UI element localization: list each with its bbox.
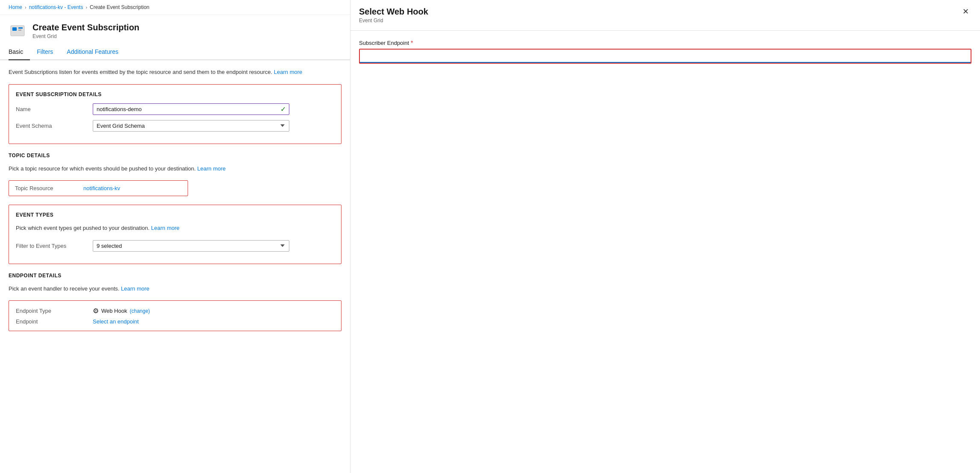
right-panel-title-block: Select Web Hook Event Grid xyxy=(359,7,428,24)
endpoint-details-title: ENDPOINT DETAILS xyxy=(9,273,341,279)
page-header: Create Event Subscription Event Grid xyxy=(0,15,350,40)
select-endpoint-link[interactable]: Select an endpoint xyxy=(93,318,139,325)
description-text: Event Subscriptions listen for events em… xyxy=(9,68,341,76)
event-types-section: EVENT TYPES Pick which event types get p… xyxy=(9,205,341,264)
topic-details-title: TOPIC DETAILS xyxy=(9,153,341,159)
event-schema-select[interactable]: Event Grid Schema CloudEvents Schema v1.… xyxy=(93,120,289,132)
svg-rect-2 xyxy=(18,27,23,29)
page-title: Create Event Subscription xyxy=(32,23,139,32)
endpoint-change-link[interactable]: (change) xyxy=(129,308,150,314)
right-panel-title: Select Web Hook xyxy=(359,7,428,17)
event-types-title: EVENT TYPES xyxy=(16,212,334,218)
tabs-container: Basic Filters Additional Features xyxy=(0,45,350,60)
topic-resource-value[interactable]: notifications-kv xyxy=(83,185,120,191)
tab-basic[interactable]: Basic xyxy=(9,45,30,60)
event-types-description: Pick which event types get pushed to you… xyxy=(16,224,334,232)
svg-rect-3 xyxy=(18,29,21,31)
right-panel-header: Select Web Hook Event Grid ✕ xyxy=(350,0,980,31)
svg-rect-4 xyxy=(12,32,23,33)
subscriber-endpoint-input[interactable] xyxy=(360,50,971,63)
close-button[interactable]: ✕ xyxy=(960,7,971,16)
svg-rect-5 xyxy=(12,34,20,35)
description-learn-more[interactable]: Learn more xyxy=(274,69,302,75)
endpoint-type-row: Endpoint Type ⚙ Web Hook (change) xyxy=(16,307,334,315)
endpoint-type-value: ⚙ Web Hook (change) xyxy=(93,307,150,315)
endpoint-details-box: Endpoint Type ⚙ Web Hook (change) Endpoi… xyxy=(9,300,341,331)
event-schema-field-row: Event Schema Event Grid Schema CloudEven… xyxy=(16,120,334,132)
name-label: Name xyxy=(16,106,93,112)
right-panel-content: Subscriber Endpoint * xyxy=(350,31,980,72)
event-subscription-details-section: EVENT SUBSCRIPTION DETAILS Name ✓ Event … xyxy=(9,84,341,144)
breadcrumb-home[interactable]: Home xyxy=(9,4,22,10)
topic-resource-box: Topic Resource notifications-kv xyxy=(9,180,188,196)
main-content: Event Subscriptions listen for events em… xyxy=(0,60,350,347)
event-types-learn-more[interactable]: Learn more xyxy=(151,225,180,231)
page-title-block: Create Event Subscription Event Grid xyxy=(32,23,139,39)
filter-event-types-select[interactable]: 9 selected xyxy=(93,240,289,252)
name-input-wrapper: ✓ xyxy=(93,103,289,115)
event-subscription-details-title: EVENT SUBSCRIPTION DETAILS xyxy=(16,91,334,97)
filter-event-types-label: Filter to Event Types xyxy=(16,243,93,249)
endpoint-label: Endpoint xyxy=(16,318,93,325)
tab-additional-features[interactable]: Additional Features xyxy=(67,45,125,60)
topic-resource-label: Topic Resource xyxy=(15,185,83,191)
subscriber-endpoint-wrapper xyxy=(359,49,971,64)
breadcrumb: Home › notifications-kv - Events › Creat… xyxy=(0,0,350,15)
topic-details-learn-more[interactable]: Learn more xyxy=(197,165,226,172)
breadcrumb-current: Create Event Subscription xyxy=(90,4,149,10)
filter-event-types-value: 9 selected xyxy=(93,240,334,252)
breadcrumb-sep-2: › xyxy=(85,5,87,10)
event-schema-label: Event Schema xyxy=(16,123,93,129)
endpoint-row: Endpoint Select an endpoint xyxy=(16,318,334,325)
left-panel: Home › notifications-kv - Events › Creat… xyxy=(0,0,350,473)
topic-details-section: TOPIC DETAILS Pick a topic resource for … xyxy=(9,153,341,197)
topic-details-description: Pick a topic resource for which events s… xyxy=(9,165,341,173)
event-grid-icon xyxy=(9,22,26,40)
name-field-value: ✓ xyxy=(93,103,334,115)
endpoint-details-section: ENDPOINT DETAILS Pick an event handler t… xyxy=(9,273,341,332)
right-panel-subtitle: Event Grid xyxy=(359,18,428,24)
endpoint-type-label: Endpoint Type xyxy=(16,308,93,314)
webhook-icon: ⚙ xyxy=(93,307,99,315)
breadcrumb-events[interactable]: notifications-kv - Events xyxy=(29,4,83,10)
subscriber-endpoint-label: Subscriber Endpoint * xyxy=(359,39,971,46)
name-input[interactable] xyxy=(93,103,289,115)
required-star: * xyxy=(411,39,413,46)
breadcrumb-sep-1: › xyxy=(25,5,26,10)
page-subtitle: Event Grid xyxy=(32,33,139,39)
endpoint-type-text: Web Hook xyxy=(101,308,127,314)
svg-rect-1 xyxy=(12,27,17,31)
filter-event-types-row: Filter to Event Types 9 selected xyxy=(16,240,334,252)
name-field-row: Name ✓ xyxy=(16,103,334,115)
name-checkmark-icon: ✓ xyxy=(280,105,286,113)
event-schema-field-value: Event Grid Schema CloudEvents Schema v1.… xyxy=(93,120,334,132)
tab-filters[interactable]: Filters xyxy=(37,45,60,60)
endpoint-details-learn-more[interactable]: Learn more xyxy=(121,285,149,292)
endpoint-details-description: Pick an event handler to receive your ev… xyxy=(9,285,341,293)
right-panel: Select Web Hook Event Grid ✕ Subscriber … xyxy=(350,0,980,473)
